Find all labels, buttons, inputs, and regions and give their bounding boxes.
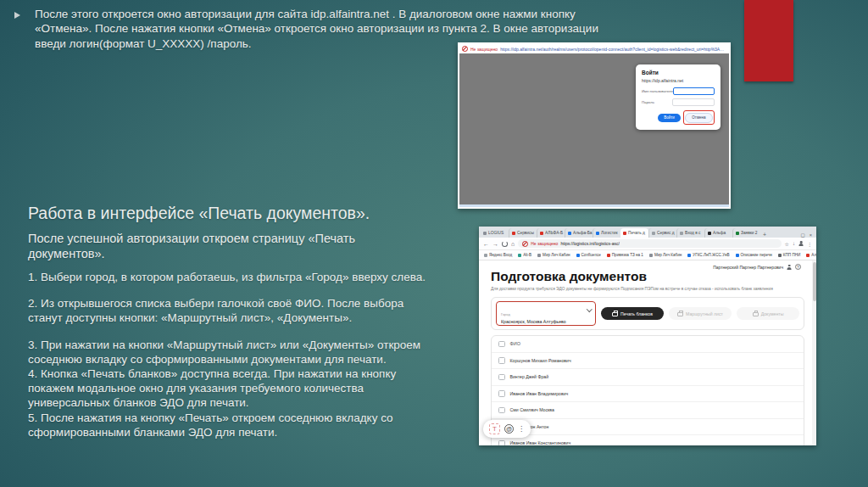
bookmark-item[interactable]: Alt-B	[518, 253, 531, 257]
documents-button[interactable]: Документы	[737, 307, 799, 320]
bookmark-item[interactable]: Описание перечн	[736, 253, 772, 257]
bookmark-favicon	[778, 254, 782, 257]
person-row[interactable]: Винтер Джей Фрай	[492, 369, 804, 386]
print-forms-label: Печать бланков	[620, 311, 653, 316]
bookmark-favicon	[687, 254, 691, 257]
auth-dialog-site: https://idp.alfaintra.net	[642, 78, 715, 83]
not-secure-icon	[522, 241, 528, 247]
step-5: 5. После нажатия на кнопку «Печать» откр…	[28, 411, 426, 439]
tab-favicon	[540, 232, 543, 235]
person-checkbox[interactable]	[498, 374, 505, 381]
browser-address-bar: ← → ⌂ Не защищено https://logistics.int/…	[479, 238, 816, 250]
forward-icon[interactable]: →	[492, 241, 498, 247]
browser-tab[interactable]: Альфа-Ба	[565, 228, 593, 238]
browser-tab[interactable]: Сервис д	[648, 228, 676, 238]
section-heading: Работа в интерфейсе «Печать документов».	[28, 204, 370, 223]
person-row[interactable]: Иванов Иван Владимирович	[492, 386, 804, 403]
username-field[interactable]	[673, 87, 715, 95]
person-row[interactable]: Иванов Иван Константинович	[492, 435, 804, 445]
user-avatar-icon[interactable]	[787, 265, 792, 270]
tab-label: LOGIUS	[488, 231, 504, 235]
bookmark-item[interactable]: Альфабанк	[806, 253, 816, 257]
browser-tab[interactable]: Заявки 2	[732, 228, 760, 238]
bookmark-item[interactable]: УГКС.ЛнП.ЖСС.УнВ	[687, 253, 729, 257]
home-icon[interactable]: ⌂	[511, 241, 515, 247]
bookmark-star-icon[interactable]: ☆	[785, 241, 789, 247]
route-sheet-label: Маршрутный лист	[686, 311, 723, 316]
browser-tab[interactable]: LOGIUS	[481, 228, 509, 238]
auth-url[interactable]: https://idp.alfaintra.net/auth/realms/us…	[500, 47, 726, 52]
bookmark-item[interactable]: Яндекс Вход	[484, 253, 512, 257]
scrollbar[interactable]	[812, 260, 816, 445]
person-name: Сми Смилвич Москва	[510, 407, 554, 412]
bookmark-label: Confluence	[581, 253, 601, 257]
help-icon[interactable]: ?	[795, 264, 801, 270]
browser-tab-active[interactable]: Печать д	[620, 228, 648, 238]
person-checkbox[interactable]	[498, 390, 505, 397]
person-row[interactable]: Сми Смилвич Москва	[492, 402, 804, 419]
not-secure-icon	[462, 46, 468, 52]
tab-label: Сервис д	[657, 231, 675, 235]
tab-favicon	[736, 232, 739, 235]
person-checkbox[interactable]	[498, 440, 505, 446]
select-all-checkbox[interactable]	[498, 341, 505, 348]
browser-tab[interactable]: Альфа	[704, 228, 732, 238]
reload-icon[interactable]	[502, 241, 508, 247]
person-name: Коршунов Михаил Романович	[510, 358, 571, 363]
menu-dots-icon[interactable]: ⋮	[807, 241, 812, 247]
route-sheet-button[interactable]: Маршрутный лист	[669, 307, 732, 320]
tab-label: Заявки 2	[741, 231, 758, 235]
person-name: Винтер Джей Фрай	[510, 374, 549, 379]
tab-favicon	[708, 232, 711, 235]
username-label: Имя пользователя	[642, 89, 673, 93]
search-lens-icon[interactable]: @	[504, 424, 514, 434]
city-filter-label: Город	[501, 312, 510, 316]
scrollbar-thumb[interactable]	[813, 262, 816, 301]
printer-icon	[677, 312, 683, 317]
bookmark-item[interactable]: КПП ПНИ	[778, 253, 800, 257]
city-filter-value: Красноярск, Москва Алтуфьево	[501, 319, 591, 324]
printer-icon	[753, 312, 759, 317]
back-icon[interactable]: ←	[483, 241, 489, 247]
tab-label: АЛЬФА-Б	[545, 231, 563, 235]
step-3: 3. При нажатии на кнопки «Маршрутный лис…	[28, 338, 426, 367]
person-checkbox[interactable]	[498, 407, 505, 414]
url-field[interactable]: Не защищено https://logistics.int/logist…	[518, 239, 781, 248]
text-recognition-icon[interactable]: T	[489, 423, 500, 434]
browser-tab[interactable]: Вход в с	[676, 228, 704, 238]
tab-favicon	[483, 232, 487, 235]
tab-label: Сервисы	[517, 231, 534, 235]
bookmark-favicon	[607, 254, 610, 257]
bookmark-item[interactable]: Мир Лич Кабин	[537, 253, 570, 257]
password-field[interactable]	[672, 98, 715, 106]
user-header: Партнерский Партнер Партнерович ?	[713, 264, 801, 270]
person-row[interactable]: Коршунов Михаил Романович	[492, 353, 804, 370]
download-icon[interactable]: ↓	[793, 241, 795, 246]
tab-favicon	[623, 232, 626, 235]
profile-icon[interactable]	[798, 241, 804, 246]
new-tab-button[interactable]: +	[763, 232, 766, 238]
auth-address-bar: Не защищено https://idp.alfaintra.net/au…	[459, 44, 729, 53]
city-filter-select[interactable]: Город Красноярск, Москва Алтуфьево	[496, 301, 596, 326]
browser-tab-strip: LOGIUS Сервисы АЛЬФА-Б Альфа-Ба Логистик…	[479, 227, 816, 238]
browser-tab[interactable]: Логистик	[593, 228, 620, 238]
page-title: Подготовка документов	[491, 269, 804, 284]
tab-favicon	[652, 232, 655, 235]
page-url: https://logistics.int/logistics-asc/	[560, 241, 619, 246]
bookmark-item[interactable]: Привязка ТЗ на 1	[607, 253, 643, 257]
auth-dialog: Войти https://idp.alfaintra.net Имя поль…	[636, 64, 721, 130]
step-4: 4. Кнопка «Печать бланков» доступна всег…	[28, 367, 426, 411]
login-button[interactable]: Войти	[658, 114, 681, 122]
bookmark-item[interactable]: Мир Лич Кабин	[649, 253, 682, 257]
cancel-button[interactable]: Отмена	[685, 113, 712, 123]
person-checkbox[interactable]	[498, 357, 505, 364]
print-forms-button[interactable]: Печать бланков	[601, 307, 664, 320]
bookmark-item[interactable]: Confluence	[576, 253, 601, 257]
tab-favicon	[512, 232, 515, 235]
more-options-icon[interactable]: ⋮	[518, 426, 525, 433]
documents-page: Партнерский Партнер Партнерович ? Подгот…	[479, 260, 816, 445]
browser-tab[interactable]: АЛЬФА-Б	[537, 228, 565, 238]
auth-window-bottom-edge	[459, 204, 729, 207]
person-row[interactable]: Стефанссон Антон	[492, 419, 804, 436]
browser-tab[interactable]: Сервисы	[509, 228, 537, 238]
